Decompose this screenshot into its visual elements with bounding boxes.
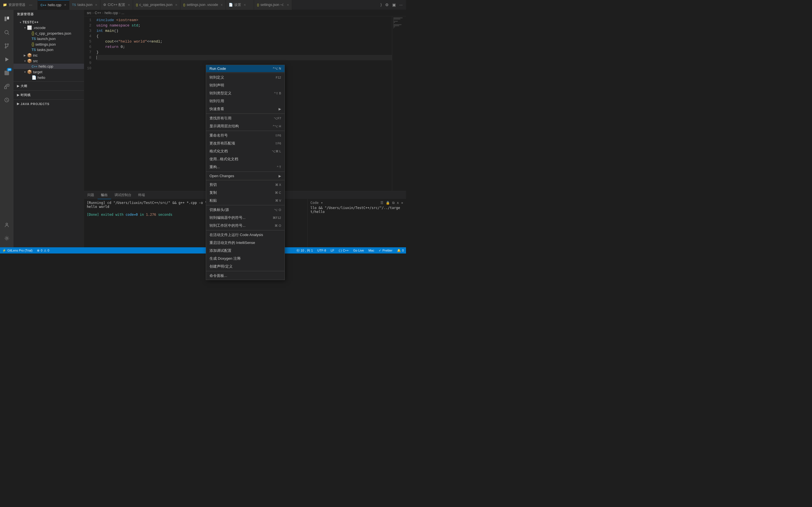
more-actions-button[interactable]: ··· — [398, 1, 404, 8]
ctx-open-changes[interactable]: Open Changes ▶ — [206, 172, 285, 179]
tab-c-cpp-properties[interactable]: {} c_cpp_properties.json ✕ — [133, 0, 181, 10]
tab-explorer[interactable]: 📁 资源管理器 ··· — [0, 0, 38, 10]
status-git-branch[interactable]: ⚡ GitLens Pro (Trial) — [0, 247, 35, 253]
panel-tab-problems[interactable]: 问题 — [84, 191, 98, 199]
tree-tasks-json[interactable]: TS tasks.json — [13, 47, 84, 52]
timeline-section[interactable]: ▶ 时间线 — [13, 92, 84, 98]
ctx-copy[interactable]: 复制 ⌘ C — [206, 189, 285, 196]
tree-arrow-target: ▾ — [22, 70, 27, 73]
minimap-line — [393, 23, 394, 24]
ctx-format-doc-shortcut: ⌥⌘ L — [272, 150, 281, 153]
status-errors[interactable]: ⊗ 0 ⚠ 0 — [35, 247, 51, 253]
tab-shezhi[interactable]: 📄 设置 ✕ — [226, 0, 254, 10]
tree-root-testcpp[interactable]: ▾ TESTC++ — [13, 20, 84, 25]
tab-c-cpp-prop-close[interactable]: ✕ — [175, 3, 177, 6]
tree-inc-folder[interactable]: ▶ 📦 inc — [13, 52, 84, 58]
layout-button[interactable]: ▣ — [391, 1, 397, 8]
activity-search[interactable] — [0, 25, 13, 39]
ctx-add-debug-config[interactable]: 添加调试配置 — [206, 247, 285, 253]
status-prettier[interactable]: ✓ Prettier — [376, 247, 395, 253]
c-cpp-prop-icon: {} — [136, 3, 138, 6]
activity-gitlens[interactable] — [0, 93, 13, 107]
tab-hello-cpp[interactable]: C++ hello.cpp ✕ — [38, 0, 69, 10]
tree-src-folder[interactable]: ▾ 📦 src — [13, 58, 84, 64]
java-projects-section[interactable]: ▶ JAVA PROJECTS — [13, 101, 84, 107]
status-notifications[interactable]: 🔔 0 — [395, 247, 406, 253]
tab-tasks-json[interactable]: TS tasks.json ✕ — [69, 0, 100, 10]
ctx-rename-symbol[interactable]: 重命名符号 ⇧F6 — [206, 131, 285, 139]
tree-launch-json[interactable]: TS launch.json — [13, 36, 84, 41]
ctx-goto-workspace-symbol[interactable]: 转到工作区中的符号... ⌘ O — [206, 222, 285, 230]
activity-settings[interactable] — [0, 231, 13, 245]
ctx-restart-intellisense[interactable]: 重启活动文件的 IntelliSense — [206, 239, 285, 247]
output-lock-icon[interactable]: 🔒 — [386, 201, 390, 205]
panel-tab-terminal[interactable]: 终端 — [135, 191, 148, 199]
activity-run-debug[interactable] — [0, 53, 13, 66]
ctx-run-code-label: Run Code — [209, 66, 271, 71]
ctx-goto-definition[interactable]: 转到定义 F12 — [206, 73, 285, 81]
tree-vscode-folder[interactable]: ▾ ⬜ .vscode — [13, 25, 84, 31]
tree-hello-file[interactable]: 📄 hello — [13, 75, 84, 80]
status-mac[interactable]: Mac — [366, 247, 377, 253]
settings-gear-button[interactable]: ⚙ — [384, 1, 390, 8]
ctx-change-all[interactable]: 更改所有匹配项 ⇧F6 — [206, 139, 285, 147]
ctx-call-hierarchy[interactable]: 显示调用层次结构 ^⌥ H — [206, 122, 285, 130]
tab-shezhi-close[interactable]: ✕ — [244, 3, 246, 6]
ctx-goto-editor-symbol[interactable]: 转到编辑器中的符号... ⌘F12 — [206, 214, 285, 222]
tab-cpp-config-close[interactable]: ✕ — [128, 3, 130, 6]
activity-source-control[interactable] — [0, 39, 13, 53]
ctx-format-with-label: 使用...格式化文档 — [209, 157, 279, 162]
ctx-format-doc[interactable]: 格式化文档 ⌥⌘ L — [206, 147, 285, 155]
ctx-cut-label: 剪切 — [209, 182, 273, 187]
status-encoding[interactable]: UTF-8 — [315, 247, 328, 253]
ctx-switch-header[interactable]: 切换标头/源 ⌥ O — [206, 206, 285, 214]
ctx-cut-shortcut: ⌘ X — [275, 183, 281, 187]
ctx-quick-look[interactable]: 快速查看 ▶ — [206, 105, 285, 113]
svg-rect-10 — [7, 84, 9, 86]
tab-close-button[interactable]: ✕ — [64, 3, 66, 6]
tree-c-cpp-props[interactable]: {} c_cpp_properties.json — [13, 31, 84, 36]
status-line-col[interactable]: 行 10，列 1 — [294, 247, 315, 253]
tree-hello-cpp[interactable]: C++ hello.cpp — [13, 64, 84, 69]
status-line-ending[interactable]: LF — [328, 247, 337, 253]
status-language[interactable]: ( ) C++ — [337, 247, 351, 253]
output-action-icon[interactable]: ☰ — [380, 201, 384, 205]
tab-settings-vscode[interactable]: {} settings.json .vscode ✕ — [181, 0, 226, 10]
split-editor-button[interactable]: ⟩ — [379, 1, 383, 8]
context-menu: Run Code ^⌥ N 转到定义 F12 转到声明 转到类型定义 ^⇧ B … — [206, 65, 285, 253]
tab-settings-home[interactable]: {} settings.json ~/. ✕ — [254, 0, 292, 10]
panel-tab-output[interactable]: 输出 — [98, 191, 111, 199]
tree-settings-json[interactable]: {} settings.json — [13, 41, 84, 47]
tab-settings-vscode-close[interactable]: ✕ — [220, 3, 223, 6]
ctx-refactor[interactable]: 重构... ^ T — [206, 163, 285, 171]
output-copy-icon[interactable]: ⧉ — [392, 201, 395, 205]
breadcrumb-file[interactable]: hello.cpp — [105, 11, 118, 15]
output-up-icon[interactable]: ∧ — [397, 201, 399, 205]
panel-tab-debug-console[interactable]: 调试控制台 — [111, 191, 135, 199]
activity-account[interactable] — [0, 218, 13, 231]
tab-settings-home-close[interactable]: ✕ — [287, 3, 289, 6]
output-close-icon[interactable]: ✕ — [401, 201, 403, 205]
status-go-live[interactable]: Go Live — [351, 247, 366, 253]
tab-more-button[interactable]: ··· — [27, 3, 35, 7]
breadcrumb-cpp[interactable]: C++ — [95, 11, 101, 15]
activity-notifications[interactable]: 28 — [0, 66, 13, 80]
activity-explorer[interactable] — [0, 12, 13, 25]
ctx-goto-declaration[interactable]: 转到声明 — [206, 81, 285, 89]
activity-extensions[interactable] — [0, 80, 13, 93]
ctx-goto-type-def[interactable]: 转到类型定义 ^⇧ B — [206, 89, 285, 97]
ctx-goto-ref[interactable]: 转到引用 — [206, 97, 285, 105]
outline-section[interactable]: ▶ 大纲 — [13, 83, 84, 89]
output-dropdown-icon[interactable]: ▾ — [321, 201, 323, 205]
ctx-run-code[interactable]: Run Code ^⌥ N — [206, 65, 285, 72]
tab-tasks-close[interactable]: ✕ — [95, 3, 97, 6]
ctx-cut[interactable]: 剪切 ⌘ X — [206, 181, 285, 189]
ctx-find-all-refs[interactable]: 查找所有引用 ⌥F7 — [206, 114, 285, 122]
ctx-format-with[interactable]: 使用...格式化文档 — [206, 155, 285, 163]
breadcrumb-src[interactable]: src — [87, 11, 91, 15]
ctx-run-code-analysis[interactable]: 在活动文件上运行 Code Analysis — [206, 231, 285, 239]
tab-cpp-config[interactable]: ⚙ C/C++ 配置 ✕ — [100, 0, 133, 10]
tree-target-folder[interactable]: ▾ 📦 target — [13, 69, 84, 75]
ctx-paste[interactable]: 粘贴 ⌘ V — [206, 196, 285, 205]
breadcrumb-more[interactable]: ... — [121, 11, 124, 15]
